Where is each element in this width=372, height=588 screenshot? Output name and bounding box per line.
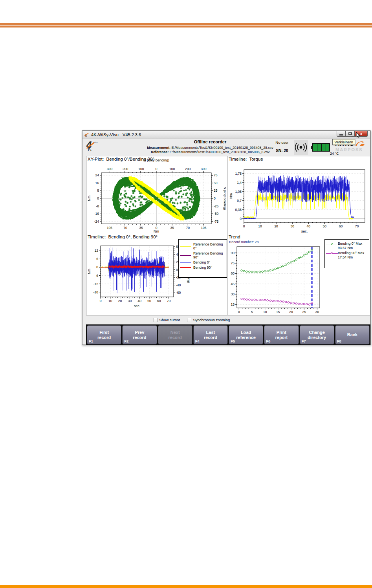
legend-item: Bending 0°: [180, 260, 225, 264]
svg-text:50: 50: [323, 224, 327, 228]
svg-text:75: 75: [214, 173, 218, 177]
tooltip: Verkleinern: [332, 139, 355, 145]
back-button[interactable]: Back F8: [335, 325, 370, 344]
svg-text:10: 10: [258, 224, 262, 228]
cursor-icon: [356, 132, 361, 139]
svg-text:0: 0: [96, 265, 98, 269]
svg-text:-100: -100: [137, 167, 144, 171]
maximize-button[interactable]: [346, 131, 355, 137]
svg-text:0,7: 0,7: [237, 199, 242, 203]
legend-item: Reference Bending 0°: [180, 242, 225, 250]
bending-timeline-panel: Timeline: Bending 0°, Bending 90° 010203…: [86, 234, 227, 315]
fkey-label: F7: [302, 339, 306, 344]
svg-text:60: 60: [157, 299, 161, 303]
svg-text:6: 6: [96, 257, 98, 261]
svg-text:0: 0: [243, 224, 245, 228]
svg-text:15: 15: [276, 310, 280, 314]
svg-text:60: 60: [231, 271, 235, 275]
legend-item: Bending 0° Max93.67 Nm: [326, 242, 368, 250]
svg-text:-16: -16: [94, 212, 99, 216]
svg-text:-60: -60: [176, 291, 181, 295]
app-header: 4 wisy K Offline recorder Measurement: E…: [82, 139, 370, 156]
svg-text:90: 90: [231, 251, 235, 255]
svg-text:10: 10: [263, 310, 267, 314]
show-cursor-checkbox[interactable]: [154, 318, 158, 322]
torque-timeline-canvas[interactable]: 01020304050607000,350,71,051,41,75sec.Nm: [227, 156, 370, 235]
fkey-label: F2: [124, 339, 128, 344]
function-button-bar: Firstrecord F1 Prevrecord F2 Nextrecord …: [86, 324, 370, 345]
user-status: No user SN: 20: [272, 140, 292, 153]
synchronous-zooming-option[interactable]: Synchronous zooming: [187, 318, 230, 322]
close-button[interactable]: x: [355, 131, 368, 137]
svg-text:1,4: 1,4: [237, 181, 242, 185]
svg-text:200: 200: [185, 167, 191, 171]
svg-text:-18: -18: [93, 290, 99, 294]
prev-record-button[interactable]: Prevrecord F2: [122, 325, 157, 344]
last-record-button[interactable]: Lastrecord F4: [193, 325, 228, 344]
svg-text:sec.: sec.: [134, 304, 141, 308]
print-report-button[interactable]: Printreport F6: [264, 325, 299, 344]
trend-legend: Bending 0° Max93.67 NmBending 90° Max17.…: [324, 239, 369, 268]
svg-text:5: 5: [251, 310, 253, 314]
window-title: 4K-WiSy-Visu: [91, 132, 119, 137]
svg-text:1,75: 1,75: [235, 172, 242, 176]
svg-text:N (only bending): N (only bending): [143, 158, 169, 162]
svg-text:25: 25: [302, 310, 306, 314]
svg-text:20: 20: [118, 299, 122, 303]
svg-text:0: 0: [100, 299, 102, 303]
measurement-path: Measurement: E:/Measurements/Test1/SN001…: [126, 146, 295, 150]
torque-timeline-panel: Timeline: Torque 01020304050607000,350,7…: [227, 156, 370, 234]
application-window: k 4K-WiSy-Visu V45.2.3.6 x Verkleinern 4…: [82, 130, 371, 345]
svg-text:-70: -70: [123, 226, 128, 230]
svg-text:40: 40: [137, 299, 141, 303]
svg-text:-8: -8: [96, 204, 99, 208]
synchronous-zooming-checkbox[interactable]: [187, 318, 191, 322]
app-icon: k: [84, 132, 89, 137]
serial-number: 20: [284, 148, 288, 153]
svg-text:Nm: Nm: [87, 269, 91, 274]
svg-text:50: 50: [214, 181, 218, 185]
svg-text:N (only bending): N (only bending): [223, 187, 227, 210]
legend-item: Bending 90° Max17.54 Nm: [326, 251, 368, 260]
svg-text:-300: -300: [106, 167, 112, 171]
svg-text:-24: -24: [94, 220, 99, 223]
svg-text:24: 24: [95, 173, 99, 177]
svg-text:0: 0: [240, 217, 242, 221]
svg-text:-105: -105: [106, 226, 112, 230]
top-rule-stripe: [0, 23, 372, 25]
svg-text:30: 30: [315, 310, 319, 314]
svg-text:-200: -200: [121, 167, 128, 171]
svg-text:8: 8: [97, 189, 99, 192]
svg-text:Nm: Nm: [154, 229, 159, 233]
minimize-button[interactable]: [337, 131, 346, 137]
svg-text:16: 16: [95, 181, 99, 185]
svg-text:15: 15: [231, 302, 235, 306]
svg-text:50: 50: [147, 299, 151, 303]
svg-text:45: 45: [231, 282, 235, 286]
svg-text:70: 70: [167, 299, 171, 303]
svg-text:-35: -35: [138, 226, 143, 230]
wireless-signal-icon: [294, 140, 308, 155]
window-titlebar[interactable]: k 4K-WiSy-Visu V45.2.3.6 x: [82, 131, 370, 139]
svg-text:70: 70: [186, 226, 190, 230]
change-directory-button[interactable]: Changedirectory F7: [300, 325, 334, 344]
xy-plot-canvas[interactable]: -105-70-3503570105-24-16-8081624-300-200…: [86, 156, 227, 235]
svg-text:Nm: Nm: [87, 196, 91, 201]
svg-text:0: 0: [156, 167, 158, 171]
svg-text:20: 20: [274, 224, 278, 228]
load-reference-button[interactable]: Loadreference F5: [229, 325, 263, 344]
svg-text:300: 300: [201, 167, 206, 171]
4k-wisy-logo: 4 wisy K: [86, 140, 103, 155]
legend-item: Reference Bending 90°: [180, 251, 225, 259]
svg-text:-40: -40: [176, 283, 181, 287]
svg-text:sec.: sec.: [301, 229, 308, 233]
fkey-label: F6: [266, 339, 270, 344]
svg-text:75: 75: [231, 261, 235, 265]
next-record-button: Nextrecord: [158, 325, 192, 344]
svg-text:10: 10: [108, 299, 112, 303]
svg-text:0: 0: [214, 196, 216, 200]
show-cursor-option[interactable]: Show cursor: [154, 318, 180, 322]
window-version: V45.2.3.6: [123, 132, 141, 137]
first-record-button[interactable]: Firstrecord F1: [87, 325, 121, 344]
svg-text:0: 0: [176, 268, 178, 272]
